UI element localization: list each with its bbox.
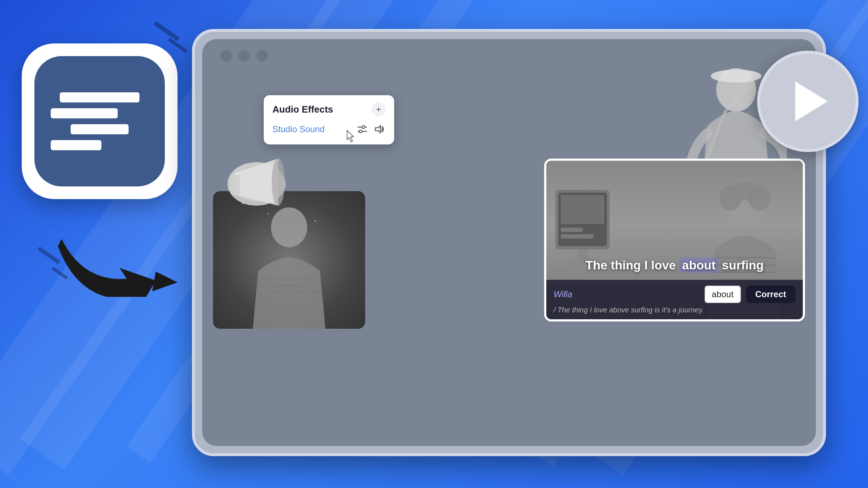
svg-rect-31: [561, 228, 583, 232]
screen-frame: Audio Effects + Studio Sound: [192, 29, 826, 456]
correction-top-row: Willa about Correct: [554, 286, 796, 303]
item-controls: [356, 123, 385, 135]
correct-button[interactable]: Correct: [746, 286, 796, 303]
panel-title: Audio Effects: [272, 104, 333, 115]
audio-effects-panel: Audio Effects + Studio Sound: [264, 95, 394, 144]
svg-point-7: [359, 130, 362, 133]
sliders-icon[interactable]: [356, 123, 368, 135]
icon-bar-2: [51, 108, 118, 118]
correction-controls: about Correct: [705, 286, 796, 303]
svg-point-38: [746, 184, 762, 205]
arrow: [54, 224, 181, 297]
play-button-container[interactable]: [757, 51, 859, 152]
panel-header: Audio Effects +: [272, 102, 385, 116]
transcript-text: / The thing I love above surfing is it's…: [554, 306, 796, 314]
app-icon: [22, 43, 178, 199]
svg-rect-32: [561, 234, 593, 239]
app-icon-outer: [22, 43, 178, 199]
video-right-bg: The thing I love about surfing Willa abo…: [546, 161, 803, 319]
screen-mockup: Audio Effects + Studio Sound: [192, 29, 826, 456]
play-button-circle[interactable]: [757, 51, 859, 152]
screen-content: Audio Effects + Studio Sound: [202, 39, 816, 446]
svg-marker-0: [152, 272, 178, 291]
svg-point-37: [728, 184, 744, 205]
studio-sound-item: Studio Sound: [272, 121, 385, 137]
correction-input[interactable]: about: [705, 286, 741, 303]
subtitle-highlight: about: [679, 257, 719, 273]
icon-bar-1: [60, 92, 139, 102]
studio-sound-label: Studio Sound: [272, 124, 325, 134]
mouse-cursor: [346, 130, 356, 143]
megaphone-icon: [220, 144, 304, 227]
svg-marker-8: [375, 126, 380, 133]
svg-point-3: [272, 159, 285, 206]
video-panel-right: The thing I love about surfing Willa abo…: [544, 159, 805, 321]
svg-rect-21: [722, 71, 751, 82]
correction-panel: Willa about Correct / The thing I love a…: [546, 280, 803, 319]
icon-bar-3: [71, 124, 129, 134]
svg-point-5: [362, 126, 365, 129]
subtitle-overlay: The thing I love about surfing: [546, 258, 803, 272]
chrome-dot-1: [220, 50, 232, 62]
play-triangle-icon: [795, 81, 828, 121]
chrome-dot-2: [238, 50, 250, 62]
svg-rect-30: [561, 195, 604, 224]
subtitle-after: surfing: [718, 258, 764, 272]
icon-bar-4: [51, 140, 101, 150]
add-effect-button[interactable]: +: [372, 102, 385, 116]
volume-icon[interactable]: [374, 123, 385, 135]
arrow-svg: [54, 224, 181, 297]
app-icon-inner: [34, 56, 165, 186]
window-chrome: [220, 50, 268, 62]
chrome-dot-3: [256, 50, 268, 62]
subtitle-before: The thing I love: [585, 258, 679, 272]
speaker-name: Willa: [554, 289, 572, 299]
